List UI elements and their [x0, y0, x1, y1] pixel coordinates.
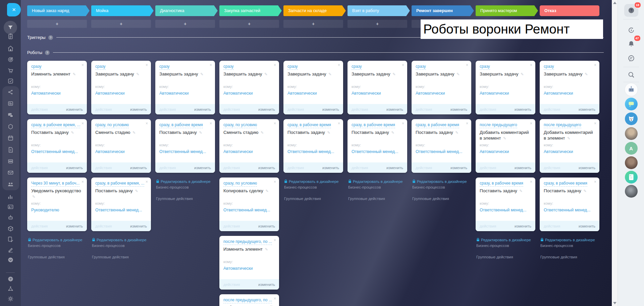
user-avatar-dark[interactable] [625, 185, 638, 198]
edit-pencil-icon[interactable]: ✎ [567, 136, 570, 140]
robot-recipient-link[interactable]: Автоматически [416, 91, 467, 96]
edit-link[interactable]: изменить [194, 107, 211, 111]
actions-link[interactable]: действия [31, 166, 48, 170]
add-robot-button-4[interactable]: + [219, 20, 279, 28]
edit-link[interactable]: изменить [322, 166, 339, 170]
robot-recipient-link[interactable]: Автоматически [480, 149, 531, 154]
actions-link[interactable]: действия [223, 107, 240, 111]
edit-pencil-icon[interactable]: ✎ [71, 131, 74, 135]
news-feed-icon[interactable] [0, 99, 21, 107]
robot-recipient-link[interactable]: Автоматически [159, 91, 211, 96]
robot-when-link[interactable]: сразу, в рабочее время [544, 181, 587, 187]
close-icon[interactable]: × [466, 121, 468, 125]
group-actions-link[interactable]: Групповые действия [156, 196, 214, 202]
edit-link[interactable]: изменить [322, 107, 339, 111]
edit-in-designer-link[interactable]: Редактировать в дизайнере [284, 179, 342, 185]
edit-link[interactable]: изменить [194, 166, 211, 170]
close-icon[interactable]: × [530, 180, 532, 184]
edit-link[interactable]: изменить [386, 166, 403, 170]
add-robot-button-2[interactable]: + [91, 20, 151, 28]
actions-link[interactable]: действия [287, 107, 304, 111]
close-icon[interactable]: × [594, 180, 596, 184]
robot-recipient-link[interactable]: Автоматически [287, 91, 339, 96]
actions-link[interactable]: действия [31, 224, 48, 228]
edit-link[interactable]: изменить [130, 107, 147, 111]
edit-in-designer-link[interactable]: Редактировать в дизайнере [348, 179, 407, 185]
actions-link[interactable]: действия [159, 166, 176, 170]
close-icon[interactable]: × [210, 63, 212, 67]
edit-pencil-icon[interactable]: ✎ [392, 72, 395, 76]
network-icon[interactable] [0, 285, 21, 293]
user-avatar-male[interactable] [625, 127, 638, 140]
edit-link[interactable]: изменить [258, 166, 275, 170]
group-actions-link[interactable]: Групповые действия [412, 196, 471, 202]
robot-when-link[interactable]: сразу [416, 64, 426, 70]
group-actions-link[interactable]: Групповые действия [92, 254, 150, 260]
robot-recipient-link[interactable]: Ответственный менед... [95, 208, 147, 212]
group-actions-link[interactable]: Групповые действия [348, 196, 407, 202]
documents-icon[interactable] [0, 146, 21, 154]
actions-link[interactable]: действия [352, 107, 368, 111]
actions-link[interactable]: действия [287, 166, 304, 170]
robot-when-link[interactable]: сразу, в рабочее время [287, 122, 331, 128]
actions-link[interactable]: действия [480, 166, 496, 170]
robot-when-link[interactable]: после предыдущего [480, 122, 517, 128]
edit-pencil-icon[interactable]: ✎ [261, 131, 264, 135]
edit-pencil-icon[interactable]: ✎ [328, 72, 331, 76]
workflows-icon[interactable] [0, 235, 21, 243]
edit-pencil-icon[interactable]: ✎ [73, 72, 76, 76]
robot-recipient-link[interactable]: Автоматически [544, 91, 595, 96]
robot-when-link[interactable]: сразу, в рабочее время, ... [31, 122, 80, 128]
edit-pencil-icon[interactable]: ✎ [135, 189, 138, 193]
edit-pencil-icon[interactable]: ✎ [457, 72, 460, 76]
edit-link[interactable]: изменить [258, 107, 275, 111]
robot-recipient-link[interactable]: Автоматически [95, 149, 147, 154]
edit-pencil-icon[interactable]: ✎ [266, 189, 269, 193]
robot-when-link[interactable]: сразу [352, 64, 362, 70]
robot-when-link[interactable]: сразу [223, 64, 234, 70]
edit-pencil-icon[interactable]: ✎ [585, 72, 588, 76]
edit-in-designer-link[interactable]: Редактировать в дизайнере [412, 179, 471, 185]
edit-link[interactable]: изменить [515, 107, 531, 111]
close-icon[interactable]: × [530, 63, 532, 67]
robot-recipient-link[interactable]: Автоматически [31, 91, 83, 96]
edit-link[interactable]: изменить [579, 224, 595, 228]
actions-link[interactable]: действия [544, 166, 560, 170]
close-icon[interactable]: × [82, 180, 84, 184]
edit-link[interactable]: изменить [258, 283, 275, 287]
scroll-down-icon[interactable] [613, 302, 616, 304]
edit-link[interactable]: изменить [515, 166, 531, 170]
drive-icon[interactable] [0, 157, 21, 165]
edit-link[interactable]: изменить [130, 166, 147, 170]
stage-header-4[interactable]: Закупка запчастей [219, 5, 282, 16]
edit-link[interactable]: изменить [130, 224, 147, 228]
close-icon[interactable]: × [146, 121, 148, 125]
edit-pencil-icon[interactable]: ✎ [327, 131, 330, 135]
sign-icon[interactable] [0, 246, 21, 254]
edit-link[interactable]: изменить [386, 107, 403, 111]
edit-pencil-icon[interactable]: ✎ [199, 131, 202, 135]
scroll-up-icon[interactable] [613, 2, 616, 4]
actions-link[interactable]: действия [352, 166, 368, 170]
robot-when-link[interactable]: сразу, в рабочее время [416, 122, 459, 128]
contacts-icon[interactable] [0, 203, 21, 211]
robot-when-link[interactable]: сразу [480, 64, 490, 70]
edit-in-designer-link[interactable]: Редактировать в дизайнере [28, 237, 86, 243]
edit-pencil-icon[interactable]: ✎ [455, 131, 459, 135]
edit-link[interactable]: изменить [66, 224, 83, 228]
robot-when-link[interactable]: сразу, в рабочее время, ... [95, 181, 144, 187]
add-robot-button-3[interactable]: + [155, 20, 215, 28]
tasks-icon[interactable] [0, 77, 21, 85]
robot-when-link[interactable]: сразу [287, 64, 298, 70]
close-icon[interactable]: × [274, 297, 276, 301]
edit-pencil-icon[interactable]: ✎ [136, 72, 139, 76]
robot-when-link[interactable]: Через 30 минут, в рабоч... [31, 181, 79, 187]
actions-link[interactable]: действия [95, 107, 112, 111]
robot-when-link[interactable]: сразу, в рабочее время [159, 122, 203, 128]
robot-recipient-link[interactable]: Ответственный менед... [159, 149, 211, 154]
robot-recipient-link[interactable]: Ответственный менед... [352, 149, 403, 154]
stage-header-1[interactable]: Новый заказ наряд [27, 5, 90, 16]
edit-pencil-icon[interactable]: ✎ [132, 131, 136, 135]
ai-robot-icon[interactable] [0, 213, 21, 221]
stage-header-8[interactable]: Принято мастером [476, 5, 538, 16]
